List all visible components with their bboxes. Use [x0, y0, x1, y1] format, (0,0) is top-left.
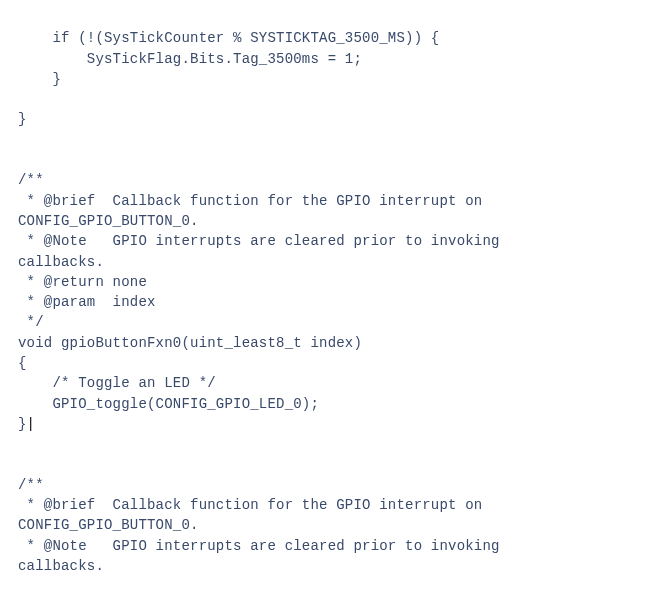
code-line: GPIO_toggle(CONFIG_GPIO_LED_0); [18, 396, 319, 412]
code-line: callbacks. [18, 558, 104, 574]
code-line: SysTickFlag.Bits.Tag_3500ms = 1; [18, 51, 362, 67]
code-line: void gpioButtonFxn0(uint_least8_t index) [18, 335, 362, 351]
code-block: if (!(SysTickCounter % SYSTICKTAG_3500_M… [0, 0, 663, 576]
code-line: * @Note GPIO interrupts are cleared prio… [18, 538, 500, 554]
code-line: } [18, 111, 27, 127]
code-line: * @param index [18, 294, 156, 310]
code-line: callbacks. [18, 254, 104, 270]
code-line: * @Note GPIO interrupts are cleared prio… [18, 233, 500, 249]
code-line: * @brief Callback function for the GPIO … [18, 193, 482, 209]
code-line: CONFIG_GPIO_BUTTON_0. [18, 213, 199, 229]
code-line: } [18, 71, 61, 87]
code-line: */ [18, 314, 44, 330]
code-line: if (!(SysTickCounter % SYSTICKTAG_3500_M… [18, 30, 439, 46]
code-line: * @brief Callback function for the GPIO … [18, 497, 482, 513]
code-line: { [18, 355, 27, 371]
code-line: }| [18, 416, 35, 432]
code-line: /* Toggle an LED */ [18, 375, 216, 391]
text-cursor: | [27, 416, 36, 432]
code-line: /** [18, 172, 44, 188]
code-line: /** [18, 477, 44, 493]
code-line: * @return none [18, 274, 147, 290]
code-line: CONFIG_GPIO_BUTTON_0. [18, 517, 199, 533]
